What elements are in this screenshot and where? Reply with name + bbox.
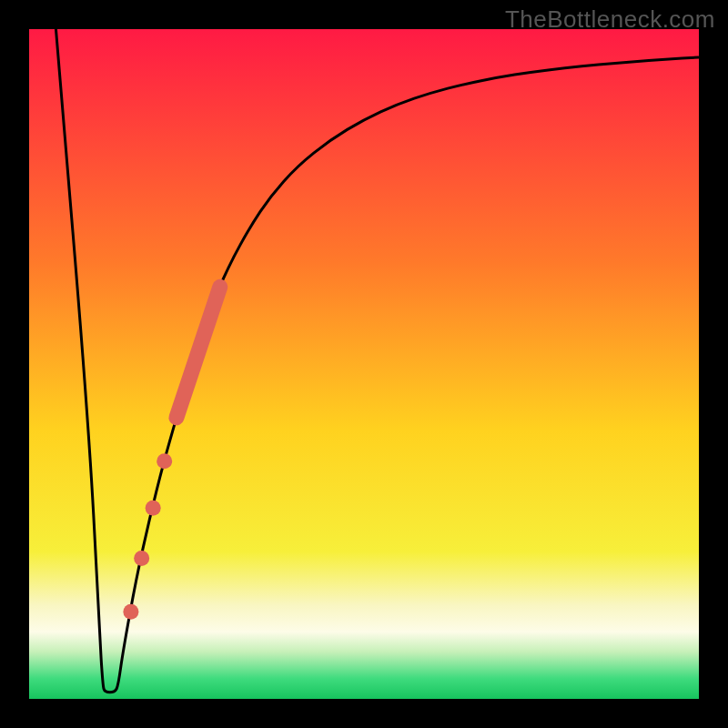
highlight-dot <box>123 604 138 620</box>
chart-frame: TheBottleneck.com <box>0 0 728 728</box>
gradient-background <box>29 29 699 699</box>
chart-svg <box>29 29 699 699</box>
watermark-text: TheBottleneck.com <box>505 5 715 34</box>
highlight-dot <box>146 500 161 516</box>
highlight-dot <box>134 551 149 566</box>
highlight-dot <box>157 453 172 469</box>
plot-area <box>29 29 699 699</box>
